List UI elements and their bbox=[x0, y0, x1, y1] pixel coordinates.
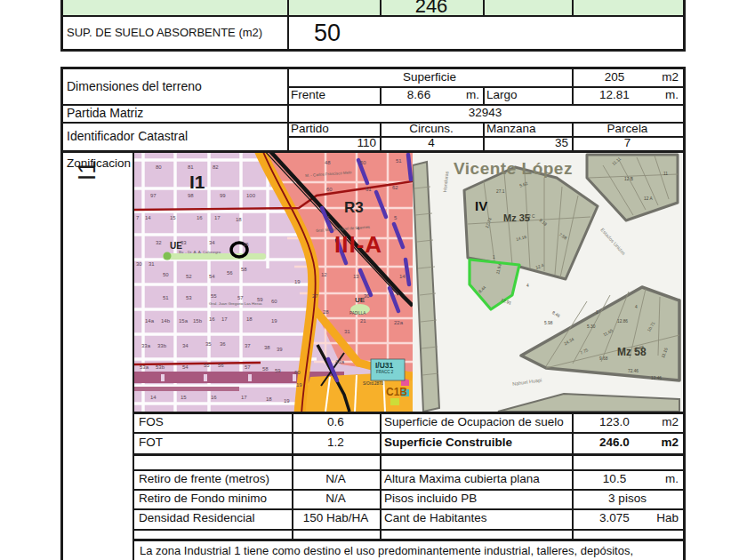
largo-unit: m. bbox=[639, 86, 683, 104]
param-desc: Superficie de Ocupacion de suelo bbox=[384, 413, 569, 432]
parcela-label: Parcela bbox=[572, 122, 683, 136]
param-label: Retiro de Fondo minimo bbox=[139, 490, 288, 508]
param-unit: Hab bbox=[639, 509, 683, 528]
param-value: N/A bbox=[292, 470, 380, 488]
absorbent-row: SUP. DE SUELO ABSORBENTE (m2) 50 bbox=[63, 17, 683, 49]
partido-value: 110 bbox=[287, 137, 380, 150]
manzana-value: 35 bbox=[483, 137, 572, 150]
dimensiones-label: Dimensiones del terreno bbox=[67, 69, 284, 104]
circuns-label: Circuns. bbox=[380, 122, 483, 136]
param-value: 1.2 bbox=[292, 434, 380, 452]
partida-value: 32943 bbox=[287, 104, 683, 122]
partido-label: Partido bbox=[291, 122, 376, 136]
frente-unit: m. bbox=[437, 86, 484, 104]
largo-label: Largo bbox=[486, 86, 568, 104]
param-label: Densidad Residencial bbox=[139, 509, 288, 528]
zone-description-note: La zona Industrial 1 tiene como destino … bbox=[133, 539, 683, 560]
param-label: FOT bbox=[139, 434, 288, 452]
parcela-value: 7 bbox=[572, 137, 683, 150]
parameters-table: FOS 0.6 Superficie de Ocupacion de suelo… bbox=[63, 153, 683, 560]
param-desc: Pisos incluido PB bbox=[384, 490, 569, 508]
param-value: 0.6 bbox=[292, 413, 380, 432]
param-desc: Altura Maxima cubierta plana bbox=[384, 470, 569, 488]
param-label: FOS bbox=[139, 413, 288, 432]
param-value: N/A bbox=[292, 490, 380, 508]
partida-label: Partida Matriz bbox=[67, 104, 284, 122]
superficie-unit: m2 bbox=[639, 69, 683, 86]
partial-value-cell: 246 bbox=[380, 0, 483, 17]
param-value: 150 Hab/HA bbox=[292, 509, 380, 528]
absorbent-label: SUP. DE SUELO ABSORBENTE (m2) bbox=[67, 17, 284, 49]
document-page: 246 SUP. DE SUELO ABSORBENTE (m2) 50 Dim… bbox=[0, 0, 747, 560]
frente-label: Frente bbox=[291, 86, 376, 104]
terrain-table: Dimensiones del terreno Superficie 205 m… bbox=[60, 67, 686, 153]
param-label: Retiro de frente (metros) bbox=[139, 470, 288, 488]
green-header-row: 246 bbox=[63, 0, 683, 17]
param-desc: Superficie Construible bbox=[384, 434, 569, 452]
param-desc: Cant de Habitantes bbox=[384, 509, 569, 528]
param-unit: m2 bbox=[639, 413, 683, 432]
note-line-1: La zona Industrial 1 tiene como destino … bbox=[140, 544, 679, 560]
param-unit: m2 bbox=[639, 434, 683, 452]
param-unit: m. bbox=[639, 470, 683, 488]
manzana-label: Manzana bbox=[486, 122, 568, 136]
superficie-label: Superficie bbox=[287, 69, 572, 86]
param-result: 3 pisos bbox=[572, 490, 683, 508]
partial-value: 246 bbox=[415, 0, 448, 17]
absorbent-value: 50 bbox=[314, 17, 421, 49]
circuns-value: 4 bbox=[380, 137, 483, 150]
catastral-label: Identificador Catastral bbox=[67, 122, 284, 150]
zoning-section: Zonificacion I1 bbox=[60, 153, 686, 560]
absorbent-surface-table: 246 SUP. DE SUELO ABSORBENTE (m2) 50 bbox=[60, 0, 686, 52]
